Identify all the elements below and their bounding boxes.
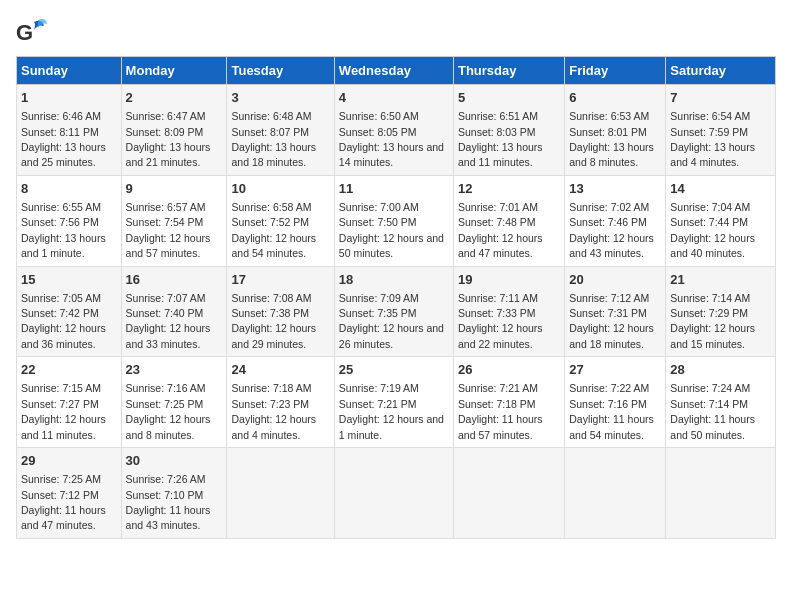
- day-cell: [334, 448, 453, 539]
- sunset-text: Sunset: 7:44 PM: [670, 216, 748, 228]
- calendar-table: SundayMondayTuesdayWednesdayThursdayFrid…: [16, 56, 776, 539]
- sunrise-text: Sunrise: 7:22 AM: [569, 382, 649, 394]
- day-cell: 21Sunrise: 7:14 AMSunset: 7:29 PMDayligh…: [666, 266, 776, 357]
- sunrise-text: Sunrise: 6:53 AM: [569, 110, 649, 122]
- logo-icon: G: [16, 16, 48, 48]
- day-cell: 17Sunrise: 7:08 AMSunset: 7:38 PMDayligh…: [227, 266, 334, 357]
- sunrise-text: Sunrise: 7:11 AM: [458, 292, 538, 304]
- day-cell: 18Sunrise: 7:09 AMSunset: 7:35 PMDayligh…: [334, 266, 453, 357]
- column-header-thursday: Thursday: [453, 57, 564, 85]
- daylight-text: Daylight: 12 hours and 47 minutes.: [458, 232, 543, 259]
- day-cell: [453, 448, 564, 539]
- day-cell: 7Sunrise: 6:54 AMSunset: 7:59 PMDaylight…: [666, 85, 776, 176]
- day-number: 25: [339, 361, 449, 379]
- daylight-text: Daylight: 12 hours and 50 minutes.: [339, 232, 444, 259]
- sunrise-text: Sunrise: 7:02 AM: [569, 201, 649, 213]
- day-cell: 3Sunrise: 6:48 AMSunset: 8:07 PMDaylight…: [227, 85, 334, 176]
- sunset-text: Sunset: 8:03 PM: [458, 126, 536, 138]
- header-row: SundayMondayTuesdayWednesdayThursdayFrid…: [17, 57, 776, 85]
- day-number: 6: [569, 89, 661, 107]
- day-number: 1: [21, 89, 117, 107]
- sunset-text: Sunset: 7:14 PM: [670, 398, 748, 410]
- daylight-text: Daylight: 11 hours and 43 minutes.: [126, 504, 211, 531]
- sunrise-text: Sunrise: 6:47 AM: [126, 110, 206, 122]
- sunrise-text: Sunrise: 7:19 AM: [339, 382, 419, 394]
- day-number: 3: [231, 89, 329, 107]
- sunrise-text: Sunrise: 7:01 AM: [458, 201, 538, 213]
- day-number: 14: [670, 180, 771, 198]
- day-number: 21: [670, 271, 771, 289]
- sunset-text: Sunset: 7:18 PM: [458, 398, 536, 410]
- sunset-text: Sunset: 7:16 PM: [569, 398, 647, 410]
- day-cell: 1Sunrise: 6:46 AMSunset: 8:11 PMDaylight…: [17, 85, 122, 176]
- column-header-wednesday: Wednesday: [334, 57, 453, 85]
- day-cell: 12Sunrise: 7:01 AMSunset: 7:48 PMDayligh…: [453, 175, 564, 266]
- daylight-text: Daylight: 12 hours and 40 minutes.: [670, 232, 755, 259]
- sunrise-text: Sunrise: 6:46 AM: [21, 110, 101, 122]
- sunrise-text: Sunrise: 7:25 AM: [21, 473, 101, 485]
- daylight-text: Daylight: 12 hours and 11 minutes.: [21, 413, 106, 440]
- column-header-sunday: Sunday: [17, 57, 122, 85]
- day-number: 13: [569, 180, 661, 198]
- daylight-text: Daylight: 11 hours and 47 minutes.: [21, 504, 106, 531]
- column-header-tuesday: Tuesday: [227, 57, 334, 85]
- sunset-text: Sunset: 8:07 PM: [231, 126, 309, 138]
- day-cell: 28Sunrise: 7:24 AMSunset: 7:14 PMDayligh…: [666, 357, 776, 448]
- daylight-text: Daylight: 13 hours and 8 minutes.: [569, 141, 654, 168]
- week-row-4: 22Sunrise: 7:15 AMSunset: 7:27 PMDayligh…: [17, 357, 776, 448]
- day-cell: [565, 448, 666, 539]
- day-number: 7: [670, 89, 771, 107]
- logo: G: [16, 16, 50, 48]
- sunrise-text: Sunrise: 7:21 AM: [458, 382, 538, 394]
- day-number: 19: [458, 271, 560, 289]
- daylight-text: Daylight: 13 hours and 11 minutes.: [458, 141, 543, 168]
- sunrise-text: Sunrise: 7:09 AM: [339, 292, 419, 304]
- day-cell: [227, 448, 334, 539]
- sunrise-text: Sunrise: 7:18 AM: [231, 382, 311, 394]
- sunset-text: Sunset: 8:09 PM: [126, 126, 204, 138]
- sunrise-text: Sunrise: 7:14 AM: [670, 292, 750, 304]
- svg-text:G: G: [16, 20, 33, 45]
- week-row-2: 8Sunrise: 6:55 AMSunset: 7:56 PMDaylight…: [17, 175, 776, 266]
- daylight-text: Daylight: 12 hours and 54 minutes.: [231, 232, 316, 259]
- sunrise-text: Sunrise: 7:16 AM: [126, 382, 206, 394]
- day-number: 15: [21, 271, 117, 289]
- day-number: 23: [126, 361, 223, 379]
- sunset-text: Sunset: 8:05 PM: [339, 126, 417, 138]
- sunset-text: Sunset: 7:56 PM: [21, 216, 99, 228]
- daylight-text: Daylight: 12 hours and 26 minutes.: [339, 322, 444, 349]
- week-row-5: 29Sunrise: 7:25 AMSunset: 7:12 PMDayligh…: [17, 448, 776, 539]
- day-cell: 23Sunrise: 7:16 AMSunset: 7:25 PMDayligh…: [121, 357, 227, 448]
- sunset-text: Sunset: 7:40 PM: [126, 307, 204, 319]
- daylight-text: Daylight: 12 hours and 29 minutes.: [231, 322, 316, 349]
- daylight-text: Daylight: 13 hours and 4 minutes.: [670, 141, 755, 168]
- day-cell: 13Sunrise: 7:02 AMSunset: 7:46 PMDayligh…: [565, 175, 666, 266]
- daylight-text: Daylight: 11 hours and 57 minutes.: [458, 413, 543, 440]
- day-number: 11: [339, 180, 449, 198]
- sunrise-text: Sunrise: 6:55 AM: [21, 201, 101, 213]
- day-number: 8: [21, 180, 117, 198]
- day-number: 29: [21, 452, 117, 470]
- sunset-text: Sunset: 7:21 PM: [339, 398, 417, 410]
- day-number: 2: [126, 89, 223, 107]
- sunrise-text: Sunrise: 7:08 AM: [231, 292, 311, 304]
- daylight-text: Daylight: 11 hours and 54 minutes.: [569, 413, 654, 440]
- daylight-text: Daylight: 13 hours and 18 minutes.: [231, 141, 316, 168]
- day-cell: 15Sunrise: 7:05 AMSunset: 7:42 PMDayligh…: [17, 266, 122, 357]
- day-cell: 11Sunrise: 7:00 AMSunset: 7:50 PMDayligh…: [334, 175, 453, 266]
- day-cell: 27Sunrise: 7:22 AMSunset: 7:16 PMDayligh…: [565, 357, 666, 448]
- daylight-text: Daylight: 12 hours and 4 minutes.: [231, 413, 316, 440]
- daylight-text: Daylight: 12 hours and 36 minutes.: [21, 322, 106, 349]
- day-number: 24: [231, 361, 329, 379]
- sunrise-text: Sunrise: 7:15 AM: [21, 382, 101, 394]
- sunrise-text: Sunrise: 6:48 AM: [231, 110, 311, 122]
- daylight-text: Daylight: 11 hours and 50 minutes.: [670, 413, 755, 440]
- day-number: 5: [458, 89, 560, 107]
- daylight-text: Daylight: 12 hours and 18 minutes.: [569, 322, 654, 349]
- day-cell: 8Sunrise: 6:55 AMSunset: 7:56 PMDaylight…: [17, 175, 122, 266]
- day-cell: [666, 448, 776, 539]
- day-number: 27: [569, 361, 661, 379]
- sunset-text: Sunset: 7:54 PM: [126, 216, 204, 228]
- sunrise-text: Sunrise: 7:07 AM: [126, 292, 206, 304]
- sunset-text: Sunset: 7:46 PM: [569, 216, 647, 228]
